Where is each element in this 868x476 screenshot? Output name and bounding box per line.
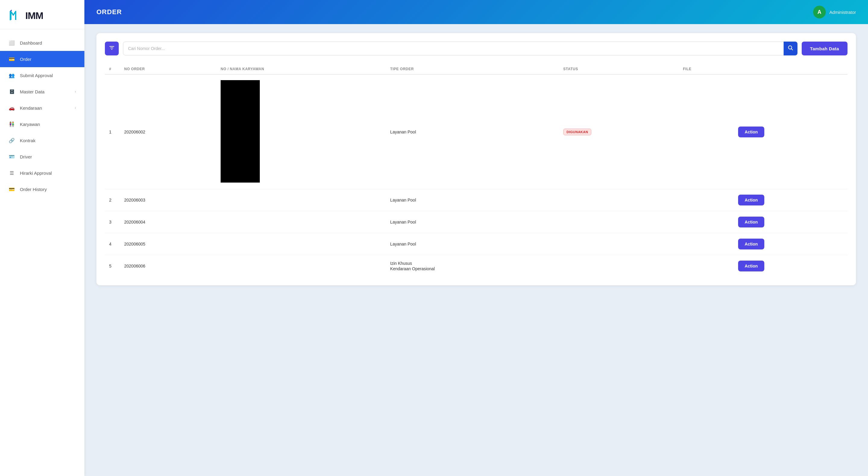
driver-icon — [8, 153, 15, 160]
table-header-row: # NO ORDER NO / NAMA KARYAWAN TIPE ORDER… — [105, 64, 847, 74]
order-card: Tambah Data # NO ORDER NO / NAMA KARYAWA… — [96, 33, 856, 285]
sidebar-label-kendaraan: Kendaraan — [20, 105, 42, 110]
sidebar-item-master-data[interactable]: Master Data › — [0, 84, 84, 100]
action-button-4[interactable]: Action — [738, 239, 765, 249]
cell-tipe-order: Layanan Pool — [386, 211, 559, 233]
kontrak-icon — [8, 137, 15, 144]
cell-karyawan — [216, 74, 386, 189]
cell-karyawan — [216, 233, 386, 255]
header: ORDER A Administrator — [84, 0, 868, 24]
user-name: Administrator — [830, 10, 856, 15]
status-badge: DIGUNAKAN — [563, 129, 592, 135]
search-icon — [788, 45, 793, 52]
cell-action: Action — [734, 211, 847, 233]
sidebar-label-submit-approval: Submit Approval — [20, 73, 53, 78]
cell-tipe-order: Layanan Pool — [386, 233, 559, 255]
table-row: 1 202006002 Layanan Pool DIGUNAKAN — [105, 74, 847, 189]
avatar: A — [813, 6, 826, 19]
user-area: A Administrator — [813, 6, 856, 19]
action-button-1[interactable]: Action — [738, 127, 765, 137]
sidebar-item-order[interactable]: Order — [0, 51, 84, 67]
table-row: 3 202006004 Layanan Pool Action — [105, 211, 847, 233]
search-wrapper — [123, 41, 798, 56]
table-row: 5 202006006 Izin Khusus Kendaraan Operas… — [105, 255, 847, 277]
col-header-no-order: NO ORDER — [120, 64, 216, 74]
search-input[interactable] — [123, 41, 798, 56]
main-area: ORDER A Administrator — [84, 0, 868, 476]
sidebar-item-kendaraan[interactable]: Kendaraan › — [0, 100, 84, 116]
cell-no: 5 — [105, 255, 120, 277]
cell-action: Action — [734, 189, 847, 211]
sidebar-label-karyawan: Karyawan — [20, 122, 40, 127]
approval-icon — [8, 72, 15, 78]
sidebar-item-hirarki-approval[interactable]: Hirarki Approval — [0, 165, 84, 181]
toolbar: Tambah Data — [105, 41, 847, 56]
col-header-action — [734, 64, 847, 74]
sidebar-label-kontrak: Kontrak — [20, 138, 36, 143]
kendaraan-icon — [8, 104, 15, 111]
cell-no: 4 — [105, 233, 120, 255]
svg-line-1 — [791, 49, 793, 50]
sidebar: IMM Dashboard Order Submit Approval Mast… — [0, 0, 84, 476]
cell-status — [559, 255, 679, 277]
col-header-no: # — [105, 64, 120, 74]
sidebar-label-order: Order — [20, 57, 31, 62]
chevron-right-icon: › — [75, 90, 76, 94]
filter-icon — [109, 45, 115, 53]
col-header-karyawan: NO / NAMA KARYAWAN — [216, 64, 386, 74]
col-header-status: STATUS — [559, 64, 679, 74]
content-area: Tambah Data # NO ORDER NO / NAMA KARYAWA… — [84, 24, 868, 476]
hirarki-icon — [8, 169, 15, 176]
action-button-2[interactable]: Action — [738, 195, 765, 205]
logo-icon — [8, 8, 23, 23]
sidebar-item-kontrak[interactable]: Kontrak — [0, 132, 84, 149]
sidebar-label-driver: Driver — [20, 154, 32, 159]
sidebar-item-karyawan[interactable]: Karyawan — [0, 116, 84, 132]
cell-no-order: 202006006 — [120, 255, 216, 277]
col-header-file: FILE — [679, 64, 734, 74]
sidebar-label-dashboard: Dashboard — [20, 40, 42, 45]
chevron-right-icon-2: › — [75, 106, 76, 110]
cell-file — [679, 189, 734, 211]
logo-text: IMM — [25, 10, 43, 21]
cell-status — [559, 211, 679, 233]
cell-status: DIGUNAKAN — [559, 74, 679, 189]
table-wrapper: # NO ORDER NO / NAMA KARYAWAN TIPE ORDER… — [105, 64, 847, 277]
sidebar-item-dashboard[interactable]: Dashboard — [0, 35, 84, 51]
sidebar-item-order-history[interactable]: Order History — [0, 181, 84, 197]
cell-tipe-order: Layanan Pool — [386, 189, 559, 211]
cell-file — [679, 255, 734, 277]
action-button-3[interactable]: Action — [738, 217, 765, 227]
monitor-icon — [8, 39, 15, 46]
table-row: 2 202006003 Layanan Pool Action — [105, 189, 847, 211]
karyawan-icon — [8, 121, 15, 127]
sidebar-label-order-history: Order History — [20, 187, 47, 192]
cell-no-order: 202006004 — [120, 211, 216, 233]
sidebar-label-master-data: Master Data — [20, 89, 44, 94]
masterdata-icon — [8, 88, 15, 95]
sidebar-item-driver[interactable]: Driver — [0, 149, 84, 165]
cell-no: 3 — [105, 211, 120, 233]
sidebar-item-submit-approval[interactable]: Submit Approval — [0, 67, 84, 84]
cell-tipe-order: Izin Khusus Kendaraan Operasional — [386, 255, 559, 277]
sidebar-label-hirarki: Hirarki Approval — [20, 170, 52, 176]
order-icon — [8, 56, 15, 62]
sidebar-nav: Dashboard Order Submit Approval Master D… — [0, 29, 84, 476]
tipe-order-multi: Izin Khusus Kendaraan Operasional — [390, 261, 555, 271]
cell-action: Action — [734, 233, 847, 255]
search-button[interactable] — [784, 41, 798, 56]
cell-action: Action — [734, 255, 847, 277]
cell-no-order: 202006005 — [120, 233, 216, 255]
filter-button[interactable] — [105, 41, 119, 56]
cell-karyawan — [216, 189, 386, 211]
cell-no: 2 — [105, 189, 120, 211]
cell-tipe-order: Layanan Pool — [386, 74, 559, 189]
cell-file — [679, 211, 734, 233]
action-button-5[interactable]: Action — [738, 261, 765, 272]
page-title: ORDER — [96, 8, 122, 16]
col-header-tipe-order: TIPE ORDER — [386, 64, 559, 74]
cell-karyawan — [216, 255, 386, 277]
add-button[interactable]: Tambah Data — [802, 41, 847, 56]
cell-no: 1 — [105, 74, 120, 189]
logo-area: IMM — [0, 0, 84, 29]
